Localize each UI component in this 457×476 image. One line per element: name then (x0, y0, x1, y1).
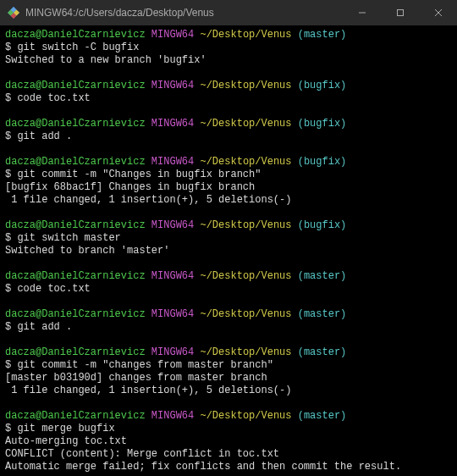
output-line: Switched to a new branch 'bugfix' (5, 54, 452, 67)
shell-name: MINGW64 (151, 270, 194, 282)
prompt-line: dacza@DanielCzarnievicz MINGW64 ~/Deskto… (5, 270, 452, 283)
branch-name: (bugfix) (298, 156, 347, 168)
user-host: dacza@DanielCzarnievicz (5, 156, 146, 168)
cwd-path: ~/Desktop/Venus (200, 118, 291, 130)
cwd-path: ~/Desktop/Venus (200, 270, 291, 282)
blank-line (5, 207, 452, 219)
titlebar: MINGW64:/c/Users/dacza/Desktop/Venus (0, 0, 457, 25)
command-line: $ code toc.txt (5, 283, 452, 296)
blank-line (5, 105, 452, 118)
command-line: $ git switch -C bugfix (5, 42, 452, 54)
prompt-line: dacza@DanielCzarnievicz MINGW64 ~/Deskto… (5, 308, 452, 321)
prompt-line: dacza@DanielCzarnievicz MINGW64 ~/Deskto… (5, 80, 452, 92)
app-icon (7, 6, 20, 19)
cwd-path: ~/Desktop/Venus (200, 156, 291, 168)
cwd-path: ~/Desktop/Venus (200, 80, 291, 91)
shell-name: MINGW64 (151, 308, 194, 320)
user-host: dacza@DanielCzarnievicz (5, 308, 146, 320)
branch-name: (master) (298, 29, 347, 41)
window-controls (343, 0, 457, 25)
command-line: $ git merge bugfix (5, 423, 452, 435)
prompt-line: dacza@DanielCzarnievicz MINGW64 ~/Deskto… (5, 118, 452, 130)
cwd-path: ~/Desktop/Venus (200, 29, 291, 41)
cwd-path: ~/Desktop/Venus (200, 346, 291, 358)
branch-name: (bugfix) (298, 219, 347, 231)
blank-line (5, 143, 452, 156)
output-line: Switched to branch 'master' (5, 245, 452, 257)
shell-name: MINGW64 (151, 118, 194, 130)
branch-name: (master) (298, 270, 347, 282)
shell-name: MINGW64 (151, 346, 194, 358)
maximize-button[interactable] (381, 0, 419, 25)
command-line: $ git add . (5, 130, 452, 143)
shell-name: MINGW64 (151, 80, 194, 91)
cwd-path: ~/Desktop/Venus (200, 410, 291, 422)
output-line: CONFLICT (content): Merge conflict in to… (5, 448, 452, 461)
prompt-line: dacza@DanielCzarnievicz MINGW64 ~/Deskto… (5, 219, 452, 232)
cwd-path: ~/Desktop/Venus (200, 308, 291, 320)
shell-name: MINGW64 (151, 29, 194, 41)
output-line: Automatic merge failed; fix conflicts an… (5, 461, 452, 473)
blank-line (5, 67, 452, 80)
shell-name: MINGW64 (151, 410, 194, 422)
branch-name: (bugfix) (298, 118, 347, 130)
user-host: dacza@DanielCzarnievicz (5, 29, 146, 41)
blank-line (5, 257, 452, 270)
svg-rect-6 (397, 10, 403, 16)
blank-line (5, 397, 452, 410)
output-line: Auto-merging toc.txt (5, 435, 452, 448)
user-host: dacza@DanielCzarnievicz (5, 80, 146, 91)
user-host: dacza@DanielCzarnievicz (5, 270, 146, 282)
output-line: [master b03190d] changes from master bra… (5, 372, 452, 385)
branch-name: (master) (298, 410, 347, 422)
output-line: 1 file changed, 1 insertion(+), 5 deleti… (5, 385, 452, 397)
window-title: MINGW64:/c/Users/dacza/Desktop/Venus (25, 7, 343, 19)
branch-name: (master) (298, 346, 347, 358)
command-line: $ git add . (5, 321, 452, 334)
command-line: $ git switch master (5, 232, 452, 245)
blank-line (5, 334, 452, 346)
output-line: [bugfix 68bac1f] Changes in bugfix branc… (5, 181, 452, 194)
prompt-line: dacza@DanielCzarnievicz MINGW64 ~/Deskto… (5, 346, 452, 359)
command-line: $ git commit -m "Changes in bugfix branc… (5, 169, 452, 181)
user-host: dacza@DanielCzarnievicz (5, 346, 146, 358)
terminal-body[interactable]: dacza@DanielCzarnievicz MINGW64 ~/Deskto… (0, 25, 457, 476)
user-host: dacza@DanielCzarnievicz (5, 118, 146, 130)
minimize-button[interactable] (343, 0, 381, 25)
blank-line (5, 296, 452, 308)
prompt-line: dacza@DanielCzarnievicz MINGW64 ~/Deskto… (5, 410, 452, 423)
output-line: 1 file changed, 1 insertion(+), 5 deleti… (5, 194, 452, 207)
user-host: dacza@DanielCzarnievicz (5, 410, 146, 422)
branch-name: (master) (298, 308, 347, 320)
command-line: $ git commit -m "changes from master bra… (5, 359, 452, 372)
prompt-line: dacza@DanielCzarnievicz MINGW64 ~/Deskto… (5, 156, 452, 169)
close-button[interactable] (419, 0, 457, 25)
branch-name: (bugfix) (298, 80, 347, 91)
user-host: dacza@DanielCzarnievicz (5, 219, 146, 231)
prompt-line: dacza@DanielCzarnievicz MINGW64 ~/Deskto… (5, 29, 452, 42)
shell-name: MINGW64 (151, 156, 194, 168)
command-line: $ code toc.txt (5, 92, 452, 105)
shell-name: MINGW64 (151, 219, 194, 231)
cwd-path: ~/Desktop/Venus (200, 219, 291, 231)
